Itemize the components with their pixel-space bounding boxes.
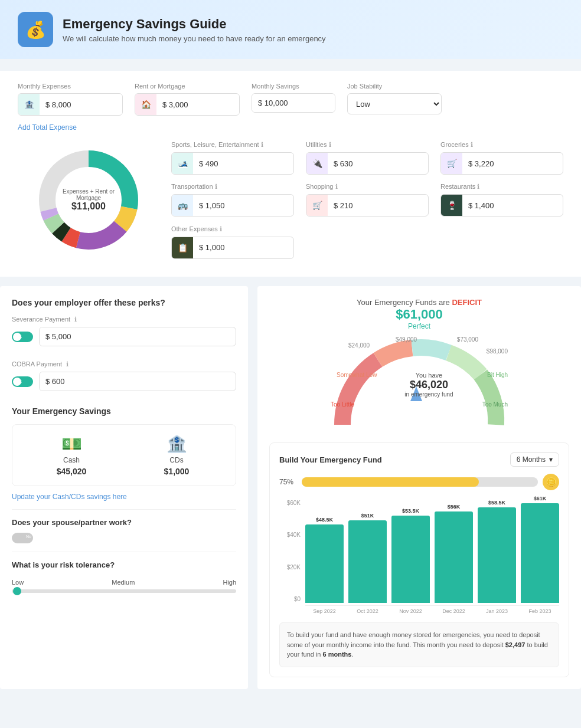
months-select[interactable]: 6 Months ▾: [510, 452, 559, 467]
v2-label: $49,000: [396, 336, 417, 343]
bar-2: [391, 516, 430, 603]
monthly-expenses-label: Monthly Expenses: [18, 83, 123, 90]
perfect-label: Perfect: [269, 322, 569, 330]
too-much-label: Too Much: [482, 401, 508, 408]
bars-container: $48.5K $51K $53.5K $56K: [305, 500, 559, 606]
you-have-amount: $46,020: [404, 379, 453, 391]
bar-label-1: $51K: [361, 513, 374, 519]
header-section: 💰 Emergency Savings Guide We will calcul…: [0, 0, 581, 59]
cash-icon: 💵: [61, 434, 82, 454]
job-stability-select[interactable]: Low Medium High: [347, 93, 442, 114]
risk-dot: [13, 587, 21, 595]
expense-input-2[interactable]: [462, 155, 545, 173]
rent-mortgage-label: Rent or Mortgage: [135, 83, 240, 90]
expense-label-5: Restaurants ℹ: [440, 183, 563, 191]
cds-value: $1,000: [164, 467, 190, 476]
build-section: Build Your Emergency Fund 6 Months ▾ 75%…: [269, 442, 569, 677]
x-label-0: Sep 2022: [305, 608, 344, 614]
expense-icon-4: 🛒: [306, 195, 328, 216]
rent-mortgage-icon: 🏠: [135, 94, 156, 115]
bar-group-2: $53.5K: [391, 508, 430, 603]
bar-chart-area: $60K $40K $20K $0 $48.5K $51K $53.5: [279, 500, 559, 614]
monthly-savings-group: Monthly Savings: [252, 83, 335, 116]
risk-bar[interactable]: [12, 589, 236, 593]
info-amount: $2,497: [505, 641, 525, 648]
perfect-amount: $61,000: [269, 307, 569, 322]
top-inputs-row: Monthly Expenses 🏦 Rent or Mortgage 🏠 Mo…: [18, 83, 563, 116]
add-expense-link[interactable]: Add Total Expense: [18, 123, 77, 132]
expense-group-4: Shopping ℹ 🛒: [306, 183, 429, 217]
cobra-toggle[interactable]: [12, 376, 33, 387]
bar-group-3: $56K: [435, 504, 473, 603]
monthly-savings-input[interactable]: [252, 94, 335, 112]
bar-label-0: $48.5K: [316, 517, 333, 523]
risk-low-label: Low: [12, 579, 24, 586]
progress-bar-bg: [302, 477, 538, 487]
expense-icon-2: 🛒: [441, 153, 462, 174]
savings-cards: 💵 Cash $45,020 🏦 CDs $1,000: [12, 424, 236, 486]
donut-center-amount: $11,000: [59, 201, 118, 212]
expense-group-1: Utilities ℹ 🔌: [306, 141, 429, 175]
info-box: To build your fund and have enough money…: [279, 622, 559, 667]
header-text: Emergency Savings Guide We will calculat…: [63, 17, 326, 43]
spouse-toggle[interactable]: [12, 533, 33, 543]
cobra-label: COBRA Payment ℹ: [12, 360, 236, 368]
deficit-badge: DEFICIT: [452, 298, 482, 307]
x-labels: Sep 2022 Oct 2022 Nov 2022 Dec 2022 Jan …: [305, 608, 559, 614]
build-header: Build Your Emergency Fund 6 Months ▾: [279, 452, 559, 467]
bar-4: [478, 507, 516, 603]
expense-group-2: Groceries ℹ 🛒: [440, 141, 563, 175]
expense-icon-0: 🎿: [172, 153, 193, 174]
info-text-1: To build your fund and have enough money…: [287, 631, 540, 648]
donut-center: Expenses + Rent or Mortgage $11,000: [59, 188, 118, 212]
page-subtitle: We will calculate how much money you nee…: [63, 34, 326, 43]
x-label-1: Oct 2022: [348, 608, 387, 614]
cash-value: $45,020: [57, 467, 87, 476]
bar-group-1: $51K: [348, 513, 387, 603]
risk-medium-label: Medium: [112, 579, 135, 586]
emergency-savings-title: Your Emergency Savings: [12, 406, 236, 416]
monthly-savings-input-wrap: [252, 93, 335, 113]
cds-card: 🏦 CDs $1,000: [127, 434, 226, 476]
expense-input-3[interactable]: [193, 196, 276, 215]
severance-input[interactable]: [40, 327, 122, 346]
monthly-expenses-group: Monthly Expenses 🏦: [18, 83, 123, 116]
update-cash-link[interactable]: Update your Cash/CDs savings here: [12, 493, 127, 501]
expense-input-5[interactable]: [462, 196, 545, 215]
cobra-input[interactable]: [40, 372, 122, 391]
monthly-expenses-input-wrap: 🏦: [18, 93, 123, 116]
right-panel: Your Emergency Funds are DEFICIT $61,000…: [257, 286, 581, 689]
build-title: Build Your Emergency Fund: [279, 455, 382, 464]
info-months: 6 months: [323, 651, 352, 658]
job-stability-group: Job Stability Low Medium High: [347, 83, 442, 116]
too-little-label: Too Little: [331, 401, 354, 408]
gauge-container: Too Little Somewhat Low Too Much Bit Hig…: [325, 336, 514, 437]
expense-icon-3: 🚌: [172, 195, 193, 216]
bit-high-label: Bit High: [487, 372, 508, 378]
monthly-expenses-input[interactable]: [40, 96, 122, 114]
page-title: Emergency Savings Guide: [63, 17, 326, 32]
expense-input-1[interactable]: [328, 155, 410, 173]
y-label-40k: $40K: [287, 532, 301, 538]
rent-mortgage-input[interactable]: [156, 96, 239, 114]
spouse-question: Does your spouse/partner work?: [12, 518, 236, 527]
employer-perks-title: Does your employer offer these perks?: [12, 298, 236, 307]
cash-label: Cash: [63, 456, 80, 464]
months-value: 6 Months: [517, 455, 546, 464]
progress-label: 75%: [279, 478, 297, 486]
header-icon: 💰: [18, 12, 53, 47]
v3-label: $73,000: [457, 336, 478, 343]
cds-label: CDs: [169, 456, 183, 464]
severance-toggle[interactable]: [12, 332, 33, 342]
status-text: Your Emergency Funds are DEFICIT: [269, 298, 569, 307]
bar-group-5: $61K: [521, 496, 559, 603]
middle-content: Expenses + Rent or Mortgage $11,000 Spor…: [18, 141, 563, 259]
monthly-savings-label: Monthly Savings: [252, 83, 335, 90]
info-period: .: [351, 651, 353, 658]
expense-input-0[interactable]: [193, 155, 276, 173]
bar-5: [521, 503, 559, 603]
expense-group-5: Restaurants ℹ 🍷: [440, 183, 563, 217]
rent-mortgage-group: Rent or Mortgage 🏠: [135, 83, 240, 116]
expense-input-6[interactable]: [193, 238, 276, 257]
expense-input-4[interactable]: [328, 196, 410, 215]
